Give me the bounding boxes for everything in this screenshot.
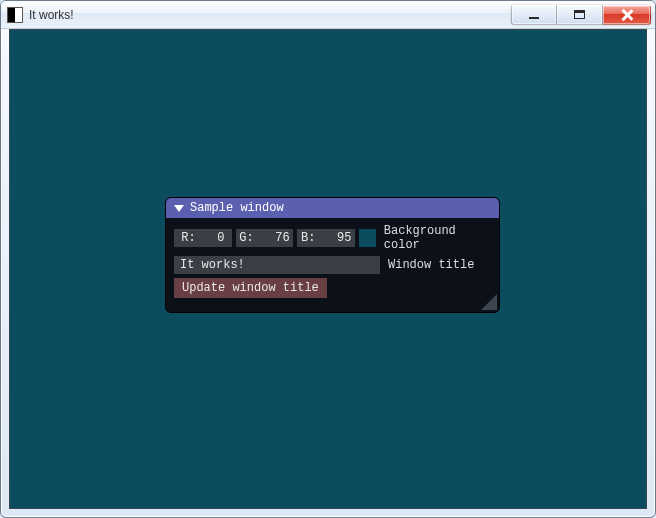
collapse-triangle-icon[interactable]: [174, 205, 184, 212]
color-g-field[interactable]: G: 76: [236, 229, 294, 247]
minimize-icon: [529, 17, 539, 19]
maximize-icon: [574, 10, 585, 19]
panel-title: Sample window: [190, 201, 284, 215]
window-title: It works!: [29, 8, 74, 22]
maximize-button[interactable]: [557, 5, 603, 25]
window-controls: [511, 5, 651, 25]
title-row: It works! Window title: [174, 256, 491, 274]
color-r-value: 0: [217, 231, 224, 245]
close-icon: [620, 8, 634, 22]
resize-grip-icon[interactable]: [479, 292, 497, 310]
close-button[interactable]: [603, 5, 651, 25]
panel-header[interactable]: Sample window: [166, 198, 499, 218]
color-row: R: 0 G: 76 B: 95 Backg: [174, 224, 491, 252]
update-title-button[interactable]: Update window title: [174, 278, 327, 298]
color-g-label: G:: [239, 231, 253, 245]
titlebar[interactable]: It works!: [1, 1, 655, 29]
imgui-panel[interactable]: Sample window R: 0 G: 76 B:: [165, 197, 500, 313]
color-r-label: R:: [181, 231, 195, 245]
app-icon: [7, 7, 23, 23]
panel-body: R: 0 G: 76 B: 95 Backg: [166, 218, 499, 312]
os-window: It works! Sample window R: 0: [0, 0, 656, 518]
minimize-button[interactable]: [511, 5, 557, 25]
color-r-field[interactable]: R: 0: [174, 229, 232, 247]
color-swatch[interactable]: [359, 229, 376, 247]
color-b-value: 95: [337, 231, 351, 245]
color-g-value: 76: [275, 231, 289, 245]
color-b-field[interactable]: B: 95: [297, 229, 355, 247]
color-caption: Background color: [384, 224, 491, 252]
title-caption: Window title: [388, 258, 474, 272]
client-area: Sample window R: 0 G: 76 B:: [9, 29, 647, 509]
window-title-input[interactable]: It works!: [174, 256, 380, 274]
color-b-label: B:: [301, 231, 315, 245]
button-row: Update window title: [174, 278, 491, 298]
